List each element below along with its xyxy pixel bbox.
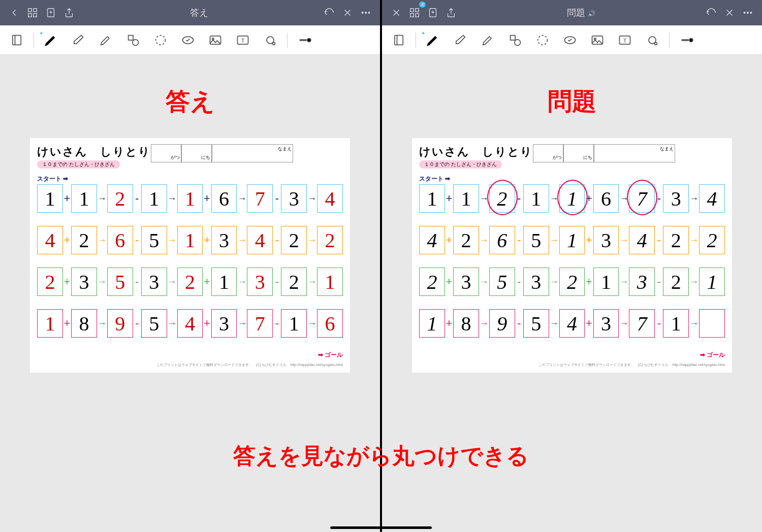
operator: - bbox=[133, 192, 141, 205]
divider bbox=[287, 32, 288, 48]
number-cell: 1 bbox=[211, 268, 237, 296]
footer-text: このプリントはウェブサイトで無料ダウンロードできます。 (C) ちびむすドリル … bbox=[419, 362, 725, 368]
number-cell: 1 bbox=[699, 268, 725, 296]
equation-row: 1+8→9-5→4+3→7-1→ bbox=[419, 309, 725, 338]
sheet-subtitle: １０までの たしざん・ひきざん bbox=[419, 160, 502, 169]
arrow-icon: → bbox=[689, 277, 699, 287]
number-cell: 4 bbox=[317, 184, 343, 213]
highlighter-tool[interactable] bbox=[475, 29, 500, 51]
number-cell: 7 bbox=[629, 309, 655, 338]
sheet-title: けいさん しりとり bbox=[419, 144, 533, 159]
number-cell: 4 bbox=[177, 309, 203, 338]
number-cell: 7 bbox=[247, 309, 273, 338]
pen-tool[interactable]: ✦ bbox=[38, 29, 64, 51]
footer-text: このプリントはウェブサイトで無料ダウンロードできます。 (C) ちびむすドリル … bbox=[37, 362, 343, 368]
arrow-icon: → bbox=[549, 193, 559, 204]
svg-rect-29 bbox=[416, 9, 419, 12]
svg-point-16 bbox=[156, 35, 166, 45]
sheet-subtitle: １０までの たしざん・ひきざん bbox=[37, 160, 120, 169]
number-cell: 2 bbox=[559, 268, 585, 296]
number-cell: 3 bbox=[281, 184, 307, 213]
eraser-tool[interactable] bbox=[448, 29, 473, 51]
add-page-icon[interactable] bbox=[42, 4, 60, 22]
number-cell: 6 bbox=[593, 184, 619, 213]
add-page-icon[interactable] bbox=[424, 4, 442, 22]
image-tool[interactable] bbox=[585, 29, 610, 51]
arrow-icon: → bbox=[307, 277, 317, 287]
highlighter-tool[interactable] bbox=[93, 29, 118, 51]
shapes-tool[interactable] bbox=[120, 29, 146, 51]
eraser-tool[interactable] bbox=[66, 29, 91, 51]
more-icon[interactable] bbox=[739, 4, 757, 22]
text-tool[interactable]: T bbox=[230, 29, 256, 51]
number-cell: 1 bbox=[559, 184, 585, 213]
text-tool[interactable]: T bbox=[612, 29, 638, 51]
page-label-right: 問題 bbox=[382, 85, 762, 118]
lasso-tool[interactable] bbox=[148, 29, 173, 51]
equation-row: 1+8→9-5→4+3→7-1→6 bbox=[37, 309, 343, 338]
number-cell: 3 bbox=[211, 226, 237, 254]
divider bbox=[669, 32, 670, 48]
arrow-icon: → bbox=[619, 318, 629, 329]
pen-tool[interactable]: ✦ bbox=[420, 29, 446, 51]
pointer-tool[interactable] bbox=[640, 29, 665, 51]
operator: - bbox=[133, 317, 141, 330]
number-cell: 2 bbox=[699, 226, 725, 254]
close-icon[interactable] bbox=[720, 4, 739, 22]
arrow-icon: → bbox=[619, 277, 629, 287]
undo-icon[interactable] bbox=[320, 4, 338, 22]
number-cell: 3 bbox=[593, 226, 619, 254]
equation-row: 1+1→2-1→1+6→7-3→4 bbox=[37, 184, 343, 213]
number-cell: 8 bbox=[71, 309, 97, 338]
divider bbox=[34, 32, 34, 48]
number-cell: 9 bbox=[107, 309, 133, 338]
notebook-tool[interactable] bbox=[4, 29, 29, 51]
number-cell: 1 bbox=[71, 184, 97, 213]
goal-label: ➡ ゴール bbox=[37, 351, 343, 359]
image-tool[interactable] bbox=[203, 29, 228, 51]
more-icon[interactable] bbox=[357, 4, 375, 22]
divider bbox=[416, 32, 416, 48]
operator: + bbox=[585, 275, 593, 288]
number-cell: 1 bbox=[37, 309, 63, 338]
number-cell: 5 bbox=[489, 268, 515, 296]
operator: + bbox=[445, 275, 453, 288]
stamp-tool[interactable] bbox=[557, 29, 583, 51]
grid-icon[interactable]: 4 bbox=[405, 4, 424, 22]
badge: 4 bbox=[419, 2, 426, 8]
number-cell: 1 bbox=[317, 268, 343, 296]
arrow-icon: → bbox=[479, 277, 489, 287]
number-cell: 2 bbox=[663, 268, 689, 296]
share-icon[interactable] bbox=[442, 4, 460, 22]
style-tool[interactable] bbox=[292, 29, 317, 51]
shapes-tool[interactable] bbox=[502, 29, 528, 51]
number-cell: 7 bbox=[247, 184, 273, 213]
number-cell: 5 bbox=[523, 226, 549, 254]
arrow-icon: → bbox=[237, 235, 247, 246]
operator: + bbox=[445, 317, 453, 330]
number-cell: 8 bbox=[453, 309, 479, 338]
back-button[interactable] bbox=[5, 4, 23, 22]
arrow-icon: → bbox=[307, 318, 317, 329]
doc-title-left: 答え bbox=[78, 7, 320, 19]
lasso-tool[interactable] bbox=[530, 29, 555, 51]
stamp-tool[interactable] bbox=[175, 29, 201, 51]
arrow-icon: → bbox=[619, 193, 629, 204]
style-tool[interactable] bbox=[674, 29, 699, 51]
arrow-icon: → bbox=[549, 318, 559, 329]
home-indicator[interactable] bbox=[330, 526, 432, 529]
undo-icon[interactable] bbox=[702, 4, 720, 22]
svg-text:T: T bbox=[623, 37, 626, 43]
pointer-tool[interactable] bbox=[258, 29, 283, 51]
arrow-icon: → bbox=[167, 235, 177, 246]
notebook-tool[interactable] bbox=[386, 29, 411, 51]
share-icon[interactable] bbox=[60, 4, 78, 22]
close-icon[interactable] bbox=[387, 4, 405, 22]
operator: - bbox=[515, 275, 523, 288]
operator: - bbox=[655, 234, 663, 247]
arrow-icon: → bbox=[479, 318, 489, 329]
operator: + bbox=[585, 192, 593, 205]
number-cell: 1 bbox=[281, 309, 307, 338]
grid-icon[interactable] bbox=[23, 4, 42, 22]
close-icon[interactable] bbox=[338, 4, 357, 22]
